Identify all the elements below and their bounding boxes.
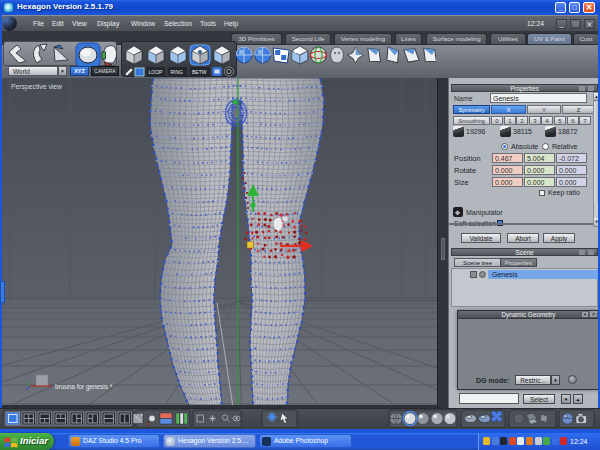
svg-text:BETW: BETW [192,69,207,75]
svg-text:bruuna for genesis *: bruuna for genesis * [55,383,113,391]
svg-text:LOOP: LOOP [149,69,164,75]
svg-text:Perspective view: Perspective view [11,83,62,91]
svg-text:RING: RING [171,69,184,75]
